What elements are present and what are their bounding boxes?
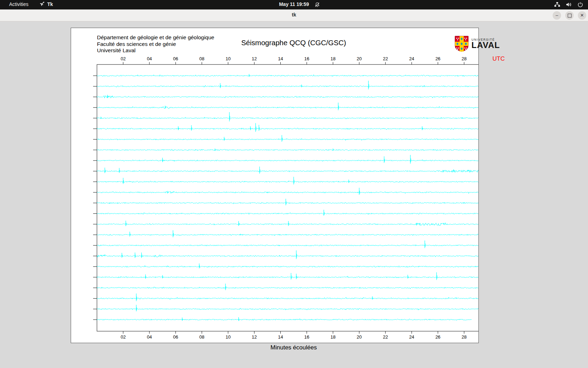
tk-icon bbox=[39, 1, 45, 7]
x-tick-label-top: 06 bbox=[173, 56, 178, 61]
app-indicator-label: Tk bbox=[47, 1, 53, 7]
seismo-trace bbox=[97, 138, 478, 141]
volume-icon[interactable] bbox=[566, 2, 572, 7]
clock[interactable]: May 11 19:59 bbox=[270, 1, 318, 7]
x-tick-label-top: 26 bbox=[435, 56, 440, 61]
power-icon[interactable] bbox=[578, 2, 583, 7]
seismo-trace bbox=[97, 86, 478, 87]
seismo-trace bbox=[97, 297, 478, 299]
seismo-trace bbox=[97, 245, 478, 246]
utc-axis-heading: UTC bbox=[492, 55, 505, 62]
seismo-trace bbox=[97, 266, 478, 267]
seismo-trace bbox=[97, 117, 478, 119]
x-tick-label-bottom: 28 bbox=[462, 334, 467, 340]
x-tick-label-bottom: 06 bbox=[173, 334, 178, 340]
x-tick-label-bottom: 26 bbox=[435, 334, 440, 340]
x-tick-label-bottom: 20 bbox=[357, 334, 362, 340]
seismo-trace bbox=[97, 319, 471, 320]
seismo-trace bbox=[97, 107, 478, 109]
x-tick-label-top: 02 bbox=[121, 56, 126, 61]
x-tick-label-bottom: 16 bbox=[304, 334, 309, 340]
x-tick-label-top: 04 bbox=[147, 56, 152, 61]
plot-border bbox=[97, 64, 478, 331]
seismo-trace bbox=[97, 160, 478, 162]
seismo-trace bbox=[97, 128, 478, 130]
x-tick-label-bottom: 04 bbox=[147, 334, 152, 340]
x-tick-label-top: 14 bbox=[278, 56, 283, 61]
x-tick-label-top: 08 bbox=[199, 56, 204, 61]
x-tick-label-top: 28 bbox=[462, 56, 467, 61]
x-tick-label-bottom: 08 bbox=[199, 334, 204, 340]
seismo-trace bbox=[97, 287, 478, 289]
x-tick-label-bottom: 12 bbox=[252, 334, 257, 340]
x-tick-label-bottom: 18 bbox=[330, 334, 335, 340]
seismo-trace bbox=[97, 276, 478, 278]
gnome-top-bar: Activities Tk May 11 19:59 bbox=[0, 0, 588, 9]
x-tick-label-top: 24 bbox=[409, 56, 414, 61]
seismo-trace bbox=[97, 181, 478, 183]
maximize-button[interactable] bbox=[565, 11, 574, 20]
x-tick-label-bottom: 22 bbox=[383, 334, 388, 340]
seismo-trace bbox=[97, 96, 478, 98]
x-tick-label-bottom: 10 bbox=[225, 334, 230, 340]
focused-app-indicator[interactable]: Tk bbox=[39, 1, 53, 7]
seismogram-plot: 0202040406060808101012121414161618182020… bbox=[71, 28, 478, 343]
x-tick-label-bottom: 14 bbox=[278, 334, 283, 340]
tk-window-body: Département de géologie et de génie géol… bbox=[0, 21, 588, 368]
seismo-trace bbox=[97, 202, 478, 204]
x-tick-label-bottom: 24 bbox=[409, 334, 414, 340]
notifications-muted-icon bbox=[314, 2, 320, 9]
activities-button[interactable]: Activities bbox=[7, 1, 30, 7]
seismo-trace bbox=[97, 308, 478, 310]
minimize-button[interactable]: – bbox=[553, 11, 561, 20]
seismo-trace bbox=[97, 234, 478, 236]
x-axis-title: Minutes écoulées bbox=[97, 344, 490, 351]
seismograph-canvas: Département de géologie et de génie géol… bbox=[71, 28, 479, 343]
restore-icon bbox=[568, 14, 572, 18]
seismo-trace bbox=[97, 149, 478, 151]
seismo-trace bbox=[97, 170, 478, 172]
window-title: tk bbox=[0, 12, 588, 18]
seismo-trace bbox=[97, 191, 478, 193]
seismo-trace bbox=[97, 213, 478, 214]
x-tick-label-bottom: 02 bbox=[121, 334, 126, 340]
x-tick-label-top: 18 bbox=[330, 56, 335, 61]
close-button[interactable]: ✕ bbox=[578, 11, 586, 20]
x-tick-label-top: 22 bbox=[383, 56, 388, 61]
x-tick-label-top: 20 bbox=[357, 56, 362, 61]
seismo-trace bbox=[97, 75, 478, 76]
window-titlebar: tk – ✕ bbox=[0, 9, 588, 21]
x-tick-label-top: 12 bbox=[252, 56, 257, 61]
x-tick-label-top: 16 bbox=[304, 56, 309, 61]
seismo-trace bbox=[97, 254, 478, 257]
network-icon[interactable] bbox=[554, 2, 560, 7]
seismo-trace bbox=[97, 223, 478, 226]
x-tick-label-top: 10 bbox=[225, 56, 230, 61]
